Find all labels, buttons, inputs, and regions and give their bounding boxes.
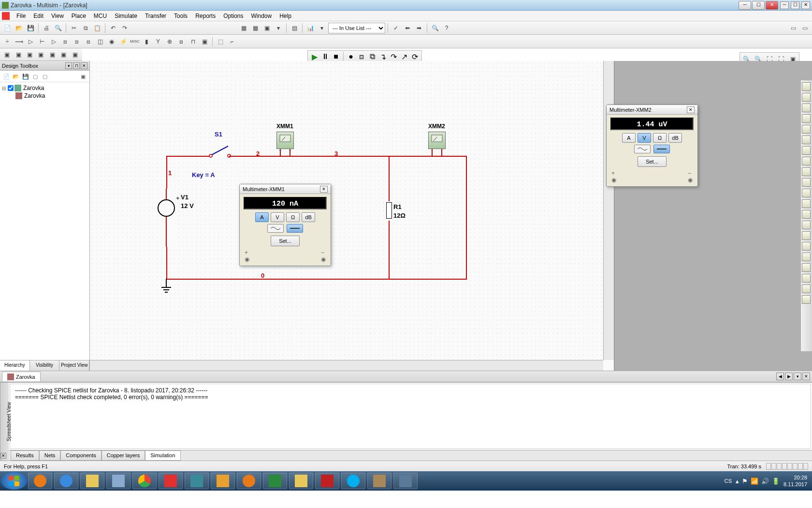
wire-right[interactable]: [466, 156, 467, 279]
tray-up-icon[interactable]: ▴: [736, 478, 739, 485]
design4-icon[interactable]: ▢: [31, 72, 40, 81]
toolbox-close-button[interactable]: ✕: [81, 62, 87, 69]
task-skype[interactable]: [341, 473, 365, 489]
toolbox-menu-button[interactable]: ▾: [65, 62, 72, 69]
step-button[interactable]: ●: [346, 52, 356, 61]
elvis-icon[interactable]: [802, 284, 811, 293]
tree-root[interactable]: ⊟ Zarovka: [2, 84, 87, 92]
task-chrome[interactable]: [132, 473, 157, 489]
tray-power-icon[interactable]: 🔋: [772, 478, 780, 485]
tray-volume-icon[interactable]: 🔊: [761, 478, 769, 485]
menu-file[interactable]: File: [13, 12, 29, 20]
otab-results[interactable]: Results: [11, 450, 39, 461]
menu-help[interactable]: Help: [276, 12, 295, 20]
spreadsheet-side-label[interactable]: ✕ Spreadsheet View: [0, 383, 9, 461]
otab-copper[interactable]: Copper layers: [102, 450, 145, 461]
analysis-button[interactable]: ▾: [317, 23, 327, 33]
multimeter-icon[interactable]: [802, 82, 811, 91]
netlist-button[interactable]: ▭: [799, 23, 810, 33]
save-button[interactable]: 💾: [25, 23, 36, 33]
back-button[interactable]: ⬅: [402, 23, 413, 33]
task-app-red[interactable]: [159, 473, 183, 489]
tab-prev-button[interactable]: ◀: [776, 373, 784, 380]
print-preview-button[interactable]: 🔍: [53, 23, 63, 33]
doc-close-button[interactable]: ✕: [801, 1, 810, 9]
schematic-canvas[interactable]: + XMM1: [90, 61, 603, 360]
interactive-button[interactable]: ⧈: [357, 52, 366, 61]
maximize-button[interactable]: ☐: [752, 1, 765, 10]
toolbox-pin-button[interactable]: ⊓: [73, 62, 80, 69]
bode-plotter-icon[interactable]: [802, 135, 811, 144]
cmos-icon[interactable]: ⧈: [72, 36, 82, 47]
menu-reports[interactable]: Reports: [191, 12, 219, 20]
wattmeter-icon[interactable]: [802, 104, 811, 112]
menu-window[interactable]: Window: [247, 12, 276, 20]
advanced-icon[interactable]: ▮: [141, 36, 152, 47]
pause-button[interactable]: ⏸: [320, 52, 330, 61]
stop-button[interactable]: ■: [331, 52, 341, 61]
agilent-scope-icon[interactable]: [802, 253, 811, 261]
spreadsheet-close-button[interactable]: ✕: [0, 453, 6, 459]
task-explorer[interactable]: [80, 473, 104, 489]
tab-visibility[interactable]: Visibility: [30, 360, 60, 371]
new-button[interactable]: 📄: [2, 23, 13, 33]
db-button[interactable]: ▣: [261, 23, 272, 33]
task-calc[interactable]: [106, 473, 130, 489]
resistor-r1[interactable]: [386, 202, 392, 219]
sheet-button[interactable]: ▦: [238, 23, 249, 33]
ttl-icon[interactable]: ⧈: [60, 36, 71, 47]
cut-button[interactable]: ✂: [69, 23, 79, 33]
oscilloscope-icon[interactable]: [802, 114, 811, 123]
task-multisim[interactable]: [393, 473, 418, 489]
probe1-icon[interactable]: ▣: [2, 49, 12, 60]
doc-minimize-button[interactable]: ─: [780, 1, 789, 9]
breadboard-button[interactable]: ▭: [788, 23, 798, 33]
step-out-button[interactable]: ↗: [399, 52, 409, 61]
mm2-mode-db[interactable]: dB: [668, 133, 682, 143]
wire-bottom[interactable]: [166, 279, 467, 280]
menu-transfer[interactable]: Transfer: [141, 12, 170, 20]
paste-button[interactable]: 📋: [92, 23, 102, 33]
ni-icon[interactable]: ⧈: [176, 36, 187, 47]
mm1-mode-v[interactable]: V: [271, 212, 284, 222]
print-button[interactable]: 🖨: [41, 23, 52, 33]
probe2-icon[interactable]: ▣: [13, 49, 23, 60]
doc-restore-button[interactable]: ☐: [791, 1, 799, 9]
mm1-set-button[interactable]: Set...: [271, 236, 300, 246]
mm2-set-button[interactable]: Set...: [638, 156, 667, 167]
inuse-list-combo[interactable]: --- In Use List ---: [328, 23, 385, 33]
mm1-mode-db[interactable]: dB: [302, 212, 315, 222]
menu-mcu[interactable]: MCU: [90, 12, 111, 20]
spreadsheet-button[interactable]: ▤: [289, 23, 300, 33]
ground-symbol[interactable]: [160, 279, 172, 294]
probe4-icon[interactable]: ▣: [36, 49, 46, 60]
menu-options[interactable]: Options: [219, 12, 247, 20]
find-button[interactable]: 🔍: [430, 23, 440, 33]
transistor-icon[interactable]: ⊢: [37, 36, 47, 47]
expand-icon[interactable]: ⊟: [2, 86, 8, 91]
logic-conv-icon[interactable]: [802, 178, 811, 187]
tab-hierarchy[interactable]: Hierarchy: [0, 360, 30, 371]
grapher-button[interactable]: 📊: [305, 23, 316, 33]
current-probe-icon[interactable]: [802, 295, 811, 304]
undo-button[interactable]: ↶: [108, 23, 118, 33]
tek-scope-icon[interactable]: [802, 263, 811, 272]
tray-clock[interactable]: 20:28 8.11.2017: [783, 474, 807, 488]
close-button[interactable]: ✕: [766, 1, 778, 10]
probe6-icon[interactable]: ▣: [58, 49, 69, 60]
tree-child[interactable]: Zarovka: [2, 92, 87, 100]
misc-icon[interactable]: MISC: [130, 36, 140, 47]
mm2-titlebar[interactable]: Multimeter-XMM2 ✕: [607, 105, 697, 115]
redo-button[interactable]: ↷: [119, 23, 130, 33]
mm2-ac-button[interactable]: [634, 145, 651, 153]
4ch-scope-icon[interactable]: [802, 125, 811, 134]
step-into-button[interactable]: ↴: [378, 52, 388, 61]
menu-place[interactable]: Place: [68, 12, 90, 20]
otab-simulation[interactable]: Simulation: [145, 450, 180, 461]
menu-simulate[interactable]: Simulate: [111, 12, 141, 20]
menu-edit[interactable]: Edit: [29, 12, 47, 20]
open-design-icon[interactable]: 📂: [12, 72, 20, 81]
menu-view[interactable]: View: [47, 12, 68, 20]
probe5-icon[interactable]: ▣: [47, 49, 58, 60]
mm1-mode-ohm[interactable]: Ω: [286, 212, 300, 222]
